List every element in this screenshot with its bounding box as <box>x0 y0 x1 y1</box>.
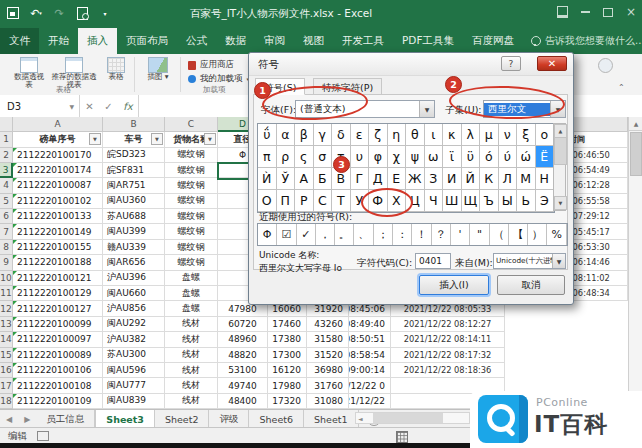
cell-F14[interactable]: 31580 <box>307 332 349 347</box>
symbol-cell-χ[interactable]: χ <box>388 146 407 168</box>
recent-symbol-（[interactable]: （ <box>490 224 509 245</box>
cell-C6[interactable]: 螺纹钢 <box>165 209 218 224</box>
row-header-6[interactable]: 6 <box>0 209 13 224</box>
macro-record-icon[interactable] <box>37 431 49 441</box>
cell-A8[interactable]: 2112220100155 <box>13 240 103 255</box>
normal-view-icon[interactable] <box>396 431 408 443</box>
symbol-cell-α[interactable]: α <box>277 124 296 146</box>
cell-E13[interactable]: 17460 <box>268 317 307 332</box>
cell-A3[interactable]: 2112220100174 <box>13 163 103 178</box>
cell-C13[interactable]: 线材 <box>165 317 218 332</box>
store-button[interactable]: 应用商店 <box>188 59 234 71</box>
recent-symbol-【[interactable]: 【 <box>509 224 528 245</box>
cell-D15[interactable]: 48820 <box>218 348 268 363</box>
symbol-cell-З[interactable]: З <box>425 168 444 190</box>
cell-A18[interactable]: 2112220100109 <box>13 394 103 409</box>
cell-C2[interactable]: 螺纹钢 <box>165 148 218 163</box>
symbol-cell-ΰ[interactable]: ΰ <box>258 124 277 146</box>
cell-B15[interactable]: 苏AU300 <box>103 348 165 363</box>
cell-D13[interactable]: 60720 <box>218 317 268 332</box>
symbol-cell-π[interactable]: π <box>258 146 277 168</box>
filter-dropdown-icon[interactable]: ▼ <box>89 133 101 145</box>
symbol-cell-ζ[interactable]: ζ <box>369 124 388 146</box>
cell-F18[interactable]: 31080 <box>307 394 349 409</box>
sheet-tab-Sheet1[interactable]: Sheet1 <box>304 410 359 428</box>
from-dropdown-icon[interactable]: ▼ <box>552 254 565 268</box>
row-header-15[interactable]: 15 <box>0 348 13 363</box>
symbol-cell-М[interactable]: М <box>517 168 536 190</box>
ribbon-tab-插入[interactable]: 插入 <box>78 28 117 54</box>
cell-B5[interactable]: 闽AU360 <box>103 194 165 209</box>
row-header-16[interactable]: 16 <box>0 363 13 378</box>
symbol-cell-ϊ[interactable]: ϊ <box>443 146 462 168</box>
sheet-nav-right-icon[interactable]: ▶ <box>18 410 36 428</box>
insert-button[interactable]: 插入(I) <box>419 275 489 295</box>
vertical-scrollbar[interactable]: ▲ <box>628 117 642 409</box>
symbol-scroll-up-icon[interactable]: ▲ <box>554 124 567 138</box>
symbol-cell-ε[interactable]: ε <box>351 124 370 146</box>
cell-G16[interactable]: 2021/12/22 09:00:14 <box>349 363 391 378</box>
cell-C15[interactable]: 线材 <box>165 348 218 363</box>
symbol-cell-ϋ[interactable]: ϋ <box>462 146 481 168</box>
symbol-cell-ν[interactable]: ν <box>499 124 518 146</box>
collapse-ribbon-icon[interactable]: ⌃ <box>618 83 625 92</box>
cell-G14[interactable]: 2021/12/22 08:50:51 <box>349 332 391 347</box>
symbol-scroll-thumb[interactable] <box>554 137 567 165</box>
cell-F13[interactable]: 43260 <box>307 317 349 332</box>
symbol-cell-Е[interactable]: Е <box>388 168 407 190</box>
cell-A12[interactable]: 2112220100127 <box>13 301 103 316</box>
recent-symbol-"[interactable]: " <box>470 224 489 245</box>
cell-E14[interactable]: 17380 <box>268 332 307 347</box>
cell-G18[interactable]: 2021/12/22 <box>349 394 391 409</box>
symbol-cell-Б[interactable]: Б <box>314 168 333 190</box>
symbol-cell-η[interactable]: η <box>388 124 407 146</box>
close-icon[interactable]: × <box>626 8 636 16</box>
cell-H13[interactable]: 2021/12/22 08:12:27 <box>391 317 505 332</box>
cell-A5[interactable]: 2112220100102 <box>13 194 103 209</box>
cell-A4[interactable]: 2112220100087 <box>13 178 103 193</box>
cell-A2[interactable]: 2112220100170 <box>13 148 103 163</box>
recent-symbol-：[interactable]: ： <box>393 224 412 245</box>
cell-B18[interactable]: 闽AU839 <box>103 394 165 409</box>
symbol-cell-Ч[interactable]: Ч <box>425 190 444 212</box>
recent-symbol-'[interactable]: ' <box>451 224 470 245</box>
recent-symbol-）[interactable]: ） <box>528 224 547 245</box>
my-addins-button[interactable]: 我的加载项 ▾ <box>188 73 249 85</box>
ribbon-tab-公式[interactable]: 公式 <box>177 28 216 54</box>
symbol-cell-κ[interactable]: κ <box>443 124 462 146</box>
row-header-4[interactable]: 4 <box>0 178 13 193</box>
cell-C4[interactable]: 螺纹钢 <box>165 178 218 193</box>
symbol-cell-Ы[interactable]: Ы <box>499 190 518 212</box>
symbol-cell-φ[interactable]: φ <box>369 146 388 168</box>
cell-C14[interactable]: 线材 <box>165 332 218 347</box>
cell-B14[interactable]: 沪AU382 <box>103 332 165 347</box>
cell-A14[interactable]: 2112220100097 <box>13 332 103 347</box>
symbol-cell-ύ[interactable]: ύ <box>499 146 518 168</box>
cell-B16[interactable]: 闽AU596 <box>103 363 165 378</box>
symbol-cell-Ё[interactable]: Ё <box>536 146 555 168</box>
name-box-dropdown-icon[interactable]: ▼ <box>69 103 74 110</box>
cell-F15[interactable]: 31520 <box>307 348 349 363</box>
symbol-cell-Ш[interactable]: Ш <box>443 190 462 212</box>
cell-A6[interactable]: 2112220100133 <box>13 209 103 224</box>
cell-B11[interactable]: 闽AU660 <box>103 286 165 301</box>
cell-D14[interactable]: 48960 <box>218 332 268 347</box>
symbol-cell-ω[interactable]: ω <box>425 146 444 168</box>
cell-B7[interactable]: 闽AU399 <box>103 224 165 239</box>
font-dropdown-icon[interactable]: ▼ <box>419 101 434 117</box>
cell-A15[interactable]: 2112220100089 <box>13 348 103 363</box>
symbol-cell-Ѝ[interactable]: Ѝ <box>258 168 277 190</box>
dialog-title-bar[interactable]: 符号 ? ✕ <box>249 53 573 76</box>
symbol-cell-Ъ[interactable]: Ъ <box>480 190 499 212</box>
cell-C7[interactable]: 螺纹钢 <box>165 224 218 239</box>
insert-function-icon[interactable]: fx <box>123 101 132 112</box>
horizontal-scroll-thumb[interactable] <box>373 413 443 423</box>
row-header-11[interactable]: 11 <box>0 286 13 301</box>
row-header-10[interactable]: 10 <box>0 271 13 286</box>
row-header-14[interactable]: 14 <box>0 332 13 347</box>
maximize-icon[interactable] <box>603 8 613 17</box>
symbol-cell-А[interactable]: А <box>295 168 314 190</box>
recent-symbol-，[interactable]: ， <box>316 224 335 245</box>
symbol-cell-ψ[interactable]: ψ <box>406 146 425 168</box>
symbol-cell-Т[interactable]: Т <box>332 190 351 212</box>
